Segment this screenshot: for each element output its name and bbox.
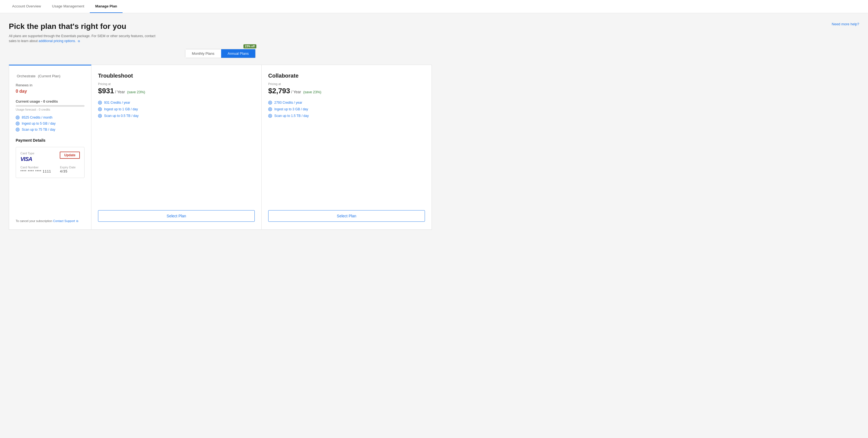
credits-icon: [98, 101, 102, 105]
troubleshoot-features: 931 Credits / year Ingest up to 1 GB / d…: [98, 101, 255, 204]
list-item: 8525 Credits / month: [16, 115, 85, 120]
list-item: 931 Credits / year: [98, 101, 255, 105]
collaborate-save: (save 23%): [303, 90, 321, 94]
collaborate-plan-card: Collaborate Pricing at $2,793 / Year (sa…: [261, 65, 432, 230]
list-item: Scan up to 0.5 TB / day: [98, 114, 255, 118]
plan-cards-wrapper: Troubleshoot Pricing at $931 / Year (sav…: [91, 65, 432, 230]
renews-value: 0 day: [16, 89, 85, 94]
svg-point-1: [17, 116, 18, 118]
plan-toggle-container: Monthly Plans Annual Plans 23% off: [9, 49, 432, 58]
svg-point-3: [17, 123, 18, 124]
card-number-col: Card Number **** **** **** 1111: [20, 166, 51, 173]
feature-text: Ingest up to 5 GB / day: [22, 122, 56, 126]
list-item: Ingest up to 1 GB / day: [98, 107, 255, 111]
nav-tab-account-overview[interactable]: Account Overview: [7, 0, 46, 13]
card-number-value: **** **** **** 1111: [20, 169, 51, 173]
scan-icon: [16, 128, 20, 132]
renews-label: Renews in: [16, 83, 85, 87]
contact-support-link[interactable]: Contact Support: [53, 219, 75, 223]
svg-point-8: [98, 108, 102, 111]
page-title: Pick the plan that's right for you: [9, 22, 432, 31]
annual-plans-toggle[interactable]: Annual Plans 23% off: [221, 49, 255, 58]
list-item: 2793 Credits / year: [268, 101, 425, 105]
ingest-icon: [268, 107, 272, 111]
expiry-col: Expiry Date 4/35: [60, 166, 76, 173]
pricing-options-link[interactable]: additional pricing options.: [38, 39, 76, 43]
usage-forecast: Usage forecast - 0 credits: [16, 108, 85, 111]
external-link-icon-2: ⧉: [76, 220, 78, 223]
expiry-label: Expiry Date: [60, 166, 76, 169]
svg-point-10: [98, 114, 102, 117]
nav-tab-usage-management[interactable]: Usage Management: [46, 0, 90, 13]
troubleshoot-pricing-at: Pricing at: [98, 82, 255, 86]
troubleshoot-save: (save 23%): [127, 90, 145, 94]
troubleshoot-select-plan-button[interactable]: Select Plan: [98, 210, 255, 222]
svg-point-4: [16, 128, 19, 131]
list-item: Scan up to 1.5 TB / day: [268, 114, 425, 118]
collaborate-select-plan-button[interactable]: Select Plan: [268, 210, 425, 222]
update-payment-button[interactable]: Update: [60, 151, 80, 159]
payment-card-box: Card Type VISA Update Card Number **** *…: [16, 147, 85, 178]
cards-area: Orchestrate (Current Plan) Renews in 0 d…: [9, 65, 432, 230]
card-type-row: Card Type VISA Update: [20, 151, 80, 162]
credits-icon: [268, 101, 272, 105]
collaborate-features: 2793 Credits / year Ingest up to 3 GB / …: [268, 101, 425, 204]
plan-toggle: Monthly Plans Annual Plans 23% off: [185, 49, 255, 58]
credits-icon: [16, 115, 20, 120]
list-item: Ingest up to 5 GB / day: [16, 122, 85, 126]
current-plan-badge: (Current Plan): [38, 74, 61, 78]
collaborate-pricing-at: Pricing at: [268, 82, 425, 86]
discount-badge: 23% off: [243, 44, 257, 48]
troubleshoot-price-row: $931 / Year (save 23%): [98, 87, 255, 95]
usage-bar-container: [16, 105, 85, 107]
collaborate-price-row: $2,793 / Year (save 23%): [268, 87, 425, 95]
feature-text: 8525 Credits / month: [22, 115, 52, 120]
svg-point-0: [16, 116, 19, 119]
list-item: Scan up to 75 TB / day: [16, 128, 85, 132]
troubleshoot-period: / Year: [115, 90, 125, 94]
troubleshoot-plan-card: Troubleshoot Pricing at $931 / Year (sav…: [91, 65, 261, 230]
monthly-plans-toggle[interactable]: Monthly Plans: [185, 49, 221, 58]
visa-logo: VISA: [20, 156, 34, 162]
main-content: Pick the plan that's right for you All p…: [0, 13, 441, 239]
subtitle-text: All plans are supported through the Esse…: [9, 34, 155, 43]
svg-point-15: [269, 108, 271, 110]
troubleshoot-plan-title: Troubleshoot: [98, 73, 255, 79]
svg-point-5: [17, 129, 18, 130]
current-plan-name: Orchestrate (Current Plan): [16, 73, 85, 79]
payment-section-title: Payment Details: [16, 138, 85, 142]
scan-icon: [98, 114, 102, 118]
feature-text: Scan up to 75 TB / day: [22, 128, 55, 132]
svg-point-16: [269, 114, 272, 117]
card-number-label: Card Number: [20, 166, 51, 169]
usage-label: Current usage - 0 credits: [16, 99, 85, 103]
list-item: Ingest up to 3 GB / day: [268, 107, 425, 111]
current-plan-features: 8525 Credits / month Ingest up to 5 GB /…: [16, 115, 85, 132]
troubleshoot-price: $931: [98, 87, 114, 95]
svg-point-2: [16, 122, 19, 125]
ingest-icon: [16, 122, 20, 126]
card-type-col: Card Type VISA: [20, 151, 34, 162]
svg-point-9: [99, 108, 100, 110]
page-subtitle: All plans are supported through the Esse…: [9, 34, 163, 43]
external-link-icon: ⧉: [78, 40, 80, 43]
collaborate-price: $2,793: [268, 87, 290, 95]
nav-tab-manage-plan[interactable]: Manage Plan: [90, 0, 123, 13]
card-type-label: Card Type: [20, 151, 34, 155]
current-plan-card: Orchestrate (Current Plan) Renews in 0 d…: [9, 65, 91, 230]
svg-point-6: [98, 101, 102, 104]
svg-point-7: [99, 102, 100, 103]
expiry-value: 4/35: [60, 169, 76, 173]
annual-plans-label: Annual Plans: [228, 52, 249, 56]
card-number-row: Card Number **** **** **** 1111 Expiry D…: [20, 166, 80, 173]
svg-point-13: [269, 102, 271, 103]
cancel-text: To cancel your subscription Contact Supp…: [16, 219, 78, 223]
top-nav: Account Overview Usage Management Manage…: [0, 0, 868, 13]
svg-point-11: [99, 115, 100, 116]
ingest-icon: [98, 107, 102, 111]
svg-point-17: [269, 115, 271, 116]
svg-point-14: [269, 108, 272, 111]
scan-icon: [268, 114, 272, 118]
svg-point-12: [269, 101, 272, 104]
need-more-help-link[interactable]: Need more help?: [832, 22, 859, 26]
